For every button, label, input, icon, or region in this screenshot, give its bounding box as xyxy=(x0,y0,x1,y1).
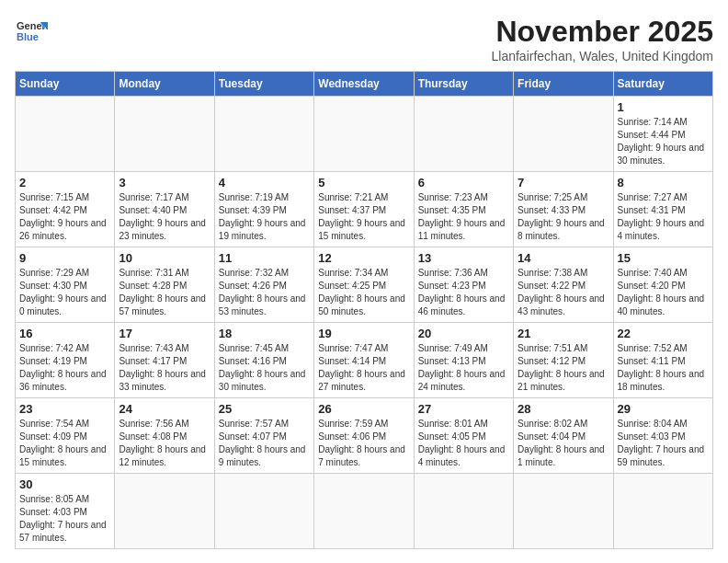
day-number: 14 xyxy=(518,251,609,265)
day-number: 24 xyxy=(119,402,210,416)
day-number: 16 xyxy=(19,327,110,340)
day-info: Sunrise: 7:15 AM Sunset: 4:42 PM Dayligh… xyxy=(19,191,110,243)
calendar-cell: 18Sunrise: 7:45 AM Sunset: 4:16 PM Dayli… xyxy=(214,323,313,398)
day-info: Sunrise: 7:29 AM Sunset: 4:30 PM Dayligh… xyxy=(19,267,110,318)
calendar-cell: 23Sunrise: 7:54 AM Sunset: 4:09 PM Dayli… xyxy=(16,398,115,474)
calendar-cell: 5Sunrise: 7:21 AM Sunset: 4:37 PM Daylig… xyxy=(314,172,414,247)
calendar-cell: 11Sunrise: 7:32 AM Sunset: 4:26 PM Dayli… xyxy=(214,247,313,323)
day-number: 1 xyxy=(618,100,709,114)
day-info: Sunrise: 7:51 AM Sunset: 4:12 PM Dayligh… xyxy=(518,342,609,394)
day-number: 29 xyxy=(618,402,709,416)
day-number: 23 xyxy=(19,402,110,416)
calendar-cell xyxy=(514,97,613,172)
day-info: Sunrise: 7:56 AM Sunset: 4:08 PM Dayligh… xyxy=(119,418,210,469)
day-number: 10 xyxy=(119,251,210,265)
day-number: 17 xyxy=(119,327,210,340)
calendar-cell: 30Sunrise: 8:05 AM Sunset: 4:03 PM Dayli… xyxy=(16,474,115,549)
calendar-week-1: 1Sunrise: 7:14 AM Sunset: 4:44 PM Daylig… xyxy=(16,97,713,172)
day-info: Sunrise: 8:02 AM Sunset: 4:04 PM Dayligh… xyxy=(518,418,609,469)
calendar-cell: 20Sunrise: 7:49 AM Sunset: 4:13 PM Dayli… xyxy=(414,323,513,398)
day-number: 25 xyxy=(219,402,310,416)
day-number: 3 xyxy=(119,176,210,190)
day-header-saturday: Saturday xyxy=(613,72,712,97)
calendar-week-5: 23Sunrise: 7:54 AM Sunset: 4:09 PM Dayli… xyxy=(16,398,713,474)
calendar-week-6: 30Sunrise: 8:05 AM Sunset: 4:03 PM Dayli… xyxy=(16,474,713,549)
day-header-tuesday: Tuesday xyxy=(214,72,313,97)
day-info: Sunrise: 7:17 AM Sunset: 4:40 PM Dayligh… xyxy=(119,191,210,243)
day-number: 9 xyxy=(19,251,110,265)
calendar-cell: 17Sunrise: 7:43 AM Sunset: 4:17 PM Dayli… xyxy=(115,323,214,398)
day-info: Sunrise: 7:25 AM Sunset: 4:33 PM Dayligh… xyxy=(518,191,609,243)
day-info: Sunrise: 7:14 AM Sunset: 4:44 PM Dayligh… xyxy=(618,116,709,167)
logo-icon: General Blue xyxy=(15,15,48,48)
day-info: Sunrise: 7:43 AM Sunset: 4:17 PM Dayligh… xyxy=(119,342,210,394)
calendar-week-4: 16Sunrise: 7:42 AM Sunset: 4:19 PM Dayli… xyxy=(16,323,713,398)
calendar-cell: 1Sunrise: 7:14 AM Sunset: 4:44 PM Daylig… xyxy=(613,97,712,172)
calendar-cell: 10Sunrise: 7:31 AM Sunset: 4:28 PM Dayli… xyxy=(115,247,214,323)
calendar-cell: 24Sunrise: 7:56 AM Sunset: 4:08 PM Dayli… xyxy=(115,398,214,474)
calendar-cell xyxy=(214,97,313,172)
calendar-cell: 27Sunrise: 8:01 AM Sunset: 4:05 PM Dayli… xyxy=(414,398,513,474)
calendar-cell: 15Sunrise: 7:40 AM Sunset: 4:20 PM Dayli… xyxy=(613,247,712,323)
svg-text:Blue: Blue xyxy=(17,31,39,42)
calendar-cell xyxy=(214,474,313,549)
day-header-monday: Monday xyxy=(115,72,214,97)
day-info: Sunrise: 7:23 AM Sunset: 4:35 PM Dayligh… xyxy=(418,191,509,243)
day-info: Sunrise: 7:21 AM Sunset: 4:37 PM Dayligh… xyxy=(318,191,409,243)
calendar-cell: 25Sunrise: 7:57 AM Sunset: 4:07 PM Dayli… xyxy=(214,398,313,474)
day-info: Sunrise: 7:32 AM Sunset: 4:26 PM Dayligh… xyxy=(219,267,310,318)
day-number: 13 xyxy=(418,251,509,265)
calendar-cell xyxy=(115,97,214,172)
calendar-cell: 6Sunrise: 7:23 AM Sunset: 4:35 PM Daylig… xyxy=(414,172,513,247)
title-area: November 2025 Llanfairfechan, Wales, Uni… xyxy=(492,15,714,63)
calendar-body: 1Sunrise: 7:14 AM Sunset: 4:44 PM Daylig… xyxy=(16,97,713,549)
calendar-cell xyxy=(514,474,613,549)
day-number: 30 xyxy=(19,477,110,491)
page-header: General Blue November 2025 Llanfairfecha… xyxy=(15,15,713,63)
day-info: Sunrise: 7:27 AM Sunset: 4:31 PM Dayligh… xyxy=(618,191,709,243)
day-number: 28 xyxy=(518,402,609,416)
calendar-cell: 22Sunrise: 7:52 AM Sunset: 4:11 PM Dayli… xyxy=(613,323,712,398)
day-number: 21 xyxy=(518,327,609,340)
calendar-cell: 12Sunrise: 7:34 AM Sunset: 4:25 PM Dayli… xyxy=(314,247,414,323)
calendar-cell xyxy=(16,97,115,172)
day-info: Sunrise: 7:42 AM Sunset: 4:19 PM Dayligh… xyxy=(19,342,110,394)
day-info: Sunrise: 7:45 AM Sunset: 4:16 PM Dayligh… xyxy=(219,342,310,394)
calendar-cell xyxy=(314,97,414,172)
day-number: 12 xyxy=(318,251,409,265)
day-number: 11 xyxy=(219,251,310,265)
day-info: Sunrise: 7:52 AM Sunset: 4:11 PM Dayligh… xyxy=(618,342,709,394)
calendar-title: November 2025 xyxy=(492,15,714,49)
day-header-thursday: Thursday xyxy=(414,72,513,97)
day-number: 2 xyxy=(19,176,110,190)
calendar-header-row: SundayMondayTuesdayWednesdayThursdayFrid… xyxy=(16,72,713,97)
calendar-cell xyxy=(414,474,513,549)
day-info: Sunrise: 7:36 AM Sunset: 4:23 PM Dayligh… xyxy=(418,267,509,318)
day-info: Sunrise: 7:38 AM Sunset: 4:22 PM Dayligh… xyxy=(518,267,609,318)
day-number: 20 xyxy=(418,327,509,340)
day-number: 7 xyxy=(518,176,609,190)
day-number: 5 xyxy=(318,176,409,190)
day-info: Sunrise: 8:05 AM Sunset: 4:03 PM Dayligh… xyxy=(19,493,110,545)
calendar-cell: 28Sunrise: 8:02 AM Sunset: 4:04 PM Dayli… xyxy=(514,398,613,474)
day-number: 8 xyxy=(618,176,709,190)
logo: General Blue xyxy=(15,15,48,48)
calendar-cell xyxy=(115,474,214,549)
day-info: Sunrise: 7:19 AM Sunset: 4:39 PM Dayligh… xyxy=(219,191,310,243)
day-info: Sunrise: 7:47 AM Sunset: 4:14 PM Dayligh… xyxy=(318,342,409,394)
day-number: 19 xyxy=(318,327,409,340)
calendar-cell: 9Sunrise: 7:29 AM Sunset: 4:30 PM Daylig… xyxy=(16,247,115,323)
day-info: Sunrise: 7:40 AM Sunset: 4:20 PM Dayligh… xyxy=(618,267,709,318)
day-info: Sunrise: 8:04 AM Sunset: 4:03 PM Dayligh… xyxy=(618,418,709,469)
day-number: 6 xyxy=(418,176,509,190)
day-number: 15 xyxy=(618,251,709,265)
calendar-subtitle: Llanfairfechan, Wales, United Kingdom xyxy=(492,49,714,63)
calendar-cell: 14Sunrise: 7:38 AM Sunset: 4:22 PM Dayli… xyxy=(514,247,613,323)
day-info: Sunrise: 7:59 AM Sunset: 4:06 PM Dayligh… xyxy=(318,418,409,469)
calendar-cell: 13Sunrise: 7:36 AM Sunset: 4:23 PM Dayli… xyxy=(414,247,513,323)
calendar-cell xyxy=(414,97,513,172)
day-header-sunday: Sunday xyxy=(16,72,115,97)
calendar-cell: 7Sunrise: 7:25 AM Sunset: 4:33 PM Daylig… xyxy=(514,172,613,247)
day-info: Sunrise: 7:49 AM Sunset: 4:13 PM Dayligh… xyxy=(418,342,509,394)
calendar-cell: 4Sunrise: 7:19 AM Sunset: 4:39 PM Daylig… xyxy=(214,172,313,247)
